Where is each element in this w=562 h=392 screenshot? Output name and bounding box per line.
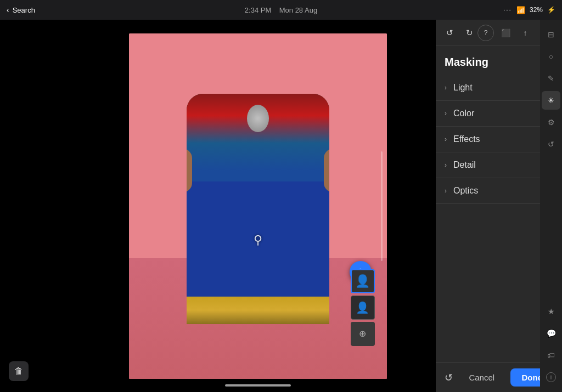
chevron-right-optics-icon: › [445,187,447,195]
panel-item-effects-label: Effects [453,134,480,144]
mask-thumbnail-1[interactable]: 👤 [351,269,375,293]
help-button[interactable]: ? [477,25,494,41]
trash-button[interactable]: 🗑 [9,361,29,381]
panel-item-detail-label: Detail [453,160,476,170]
toolbar-info-btn[interactable]: i [542,368,560,387]
chevron-left-icon: ‹ [7,5,9,14]
time-display: 2:34 PM [245,6,271,14]
photo-image: ⚲ [129,33,387,379]
undo-icon: ↺ [446,28,453,38]
chevron-right-light-icon: › [445,84,447,92]
toolbar-filter-icon: ⊟ [548,30,554,39]
photo-container: ⚲ + 👤 👤 ⊕ [129,33,387,379]
cancel-button[interactable]: Cancel [469,373,494,382]
overlap-button[interactable]: ⊕ [351,322,375,346]
toolbar-grain-icon: ✳ [548,96,554,105]
chevron-right-effects-icon: › [445,135,447,143]
panel-item-optics-label: Optics [453,186,478,196]
toolbar-settings-icon: ⚙ [548,118,555,127]
toolbar-circle-btn[interactable]: ○ [542,47,560,66]
search-label[interactable]: Search [13,6,35,14]
toolbar-filter-btn[interactable]: ⊟ [542,25,560,44]
photo-area: ⚲ + 👤 👤 ⊕ [80,20,436,392]
toolbar-heal-btn[interactable]: ✎ [542,69,560,88]
chevron-right-color-icon: › [445,110,447,117]
main-content: 🗑 [0,20,562,392]
toolbar-tag-icon: 🏷 [547,351,555,360]
footer-undo-button[interactable]: ↺ [445,372,453,384]
toolbar-chat-icon: 💬 [547,329,556,338]
chevron-right-detail-icon: › [445,161,447,169]
toolbar-star-btn[interactable]: ★ [542,302,560,321]
panel-item-color[interactable]: › Color [436,101,540,127]
toolbar-settings-btn[interactable]: ⚙ [542,113,560,132]
mask-toggle-button[interactable]: ⬛ [497,25,514,41]
right-panel: ↺ ↻ ? ⬛ ↑ ☁ ··· Masking › Light › [436,20,562,392]
date-display: Mon 28 Aug [279,6,317,14]
toolbar-tag-btn[interactable]: 🏷 [542,346,560,365]
trash-icon: 🗑 [14,366,23,376]
wifi-icon: 📶 [516,6,525,14]
toolbar-info-icon: i [546,372,556,382]
mask-thumbnail-2[interactable]: 👤 [351,296,375,320]
top-bar-datetime: 2:34 PM Mon 28 Aug [245,6,317,14]
masking-title: Masking [436,46,540,75]
redo-icon: ↻ [466,28,473,38]
photo-scrollbar [381,151,383,261]
toolbar-star-icon: ★ [548,307,555,316]
person-marker-icon: ⚲ [254,233,262,247]
redo-button[interactable]: ↻ [461,25,477,41]
toolbar-heal-icon: ✎ [548,74,554,83]
battery-label: 32% [530,6,543,14]
person-thumb-icon: 👤 [355,274,370,288]
search-button[interactable]: ‹ Search [7,5,35,14]
panel-item-detail[interactable]: › Detail [436,152,540,178]
toolbar-circle-icon: ○ [549,52,553,61]
right-toolbar: ⊟ ○ ✎ ✳ ⚙ ↺ ★ 💬 🏷 [540,20,562,392]
left-area: 🗑 [0,20,80,392]
toolbar-history-icon: ↺ [548,140,554,149]
toolbar-chat-btn[interactable]: 💬 [542,324,560,343]
panel-item-color-label: Color [453,109,474,118]
battery-icon: ⚡ [547,6,555,14]
toolbar-history-btn[interactable]: ↺ [542,135,560,154]
top-bar: ‹ Search 2:34 PM Mon 28 Aug ··· 📶 32% ⚡ [0,0,562,20]
overlap-icon: ⊕ [359,328,366,339]
undo-button[interactable]: ↺ [441,25,458,41]
share-button[interactable]: ↑ [517,25,533,41]
toolbar-grain-btn[interactable]: ✳ [542,91,560,110]
panel-item-light-label: Light [453,83,473,93]
home-indicator [225,384,291,387]
three-dots[interactable]: ··· [503,6,512,14]
panel-item-optics[interactable]: › Optics [436,178,540,204]
thumbnail-stack: 👤 👤 ⊕ [351,269,375,346]
panel-item-light[interactable]: › Light [436,75,540,101]
person-thumb-icon-2: 👤 [356,301,369,314]
panel-item-effects[interactable]: › Effects [436,127,540,152]
